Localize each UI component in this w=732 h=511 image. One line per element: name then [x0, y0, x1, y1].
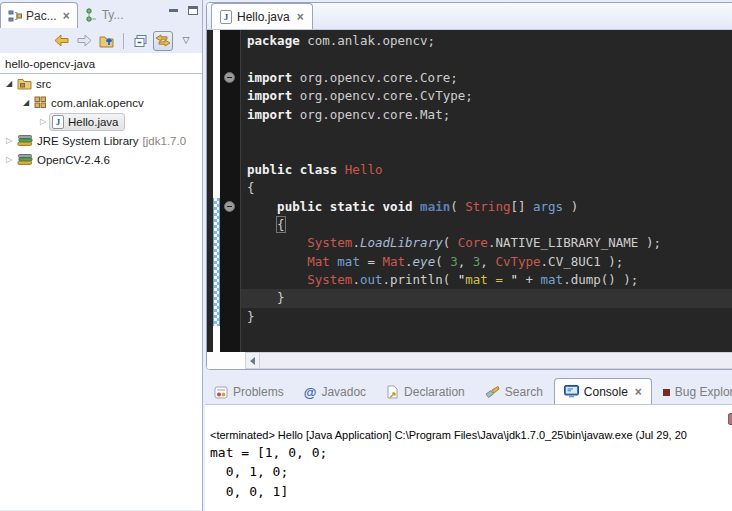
tree-item-hello-opencv-java[interactable]: hello-opencv-java [0, 55, 202, 74]
close-icon[interactable]: × [633, 386, 642, 398]
bottom-view-stack: Problems@JavadocDeclarationSearchConsole… [205, 378, 732, 511]
tree-item-label: com.anlak.opencv [51, 97, 144, 109]
tab-label: Console [584, 385, 628, 399]
link-editor-icon [155, 34, 171, 47]
back-button[interactable] [51, 31, 71, 51]
tree-item-label: JRE System Library [37, 135, 139, 147]
scroll-left-button[interactable] [245, 352, 260, 369]
code-line-10[interactable]: public static void main( String[] args ) [247, 198, 732, 216]
range-indicator [213, 198, 220, 327]
code-line-4[interactable]: import org.opencv.core.CvType; [247, 87, 732, 105]
console-output-line: 0, 0, 1] [210, 482, 732, 501]
tree-expanded-arrow-icon[interactable]: ◢ [20, 98, 32, 107]
editor-horizontal-scrollbar[interactable] [207, 352, 732, 369]
editor-body: package com.anlak.opencv;import org.open… [207, 30, 732, 352]
toolbar-separator [123, 33, 124, 49]
close-icon[interactable]: × [61, 10, 70, 22]
search-icon [485, 385, 500, 399]
console-view: <terminated> Hello [Java Application] C:… [205, 404, 732, 511]
collapse-all-button[interactable] [130, 31, 150, 51]
tree-item-decoration: [jdk1.7.0 [143, 135, 186, 147]
tree-collapsed-arrow-icon[interactable]: ▷ [37, 117, 49, 126]
editor-tab-label: Hello.java [237, 10, 290, 24]
console-output-line: 0, 1, 0; [210, 462, 732, 481]
code-line-6[interactable] [247, 124, 732, 142]
library-icon [17, 153, 33, 166]
back-icon [53, 33, 70, 48]
forward-button[interactable] [74, 31, 94, 51]
library-icon [17, 134, 33, 147]
package-explorer-icon [8, 9, 22, 23]
tab-type-hierarchy[interactable]: Ty... [78, 2, 131, 28]
view-menu-icon: ▽ [183, 36, 190, 45]
tree-collapsed-arrow-icon[interactable]: ▷ [3, 136, 15, 145]
left-arrow-icon [250, 357, 255, 365]
minimize-icon[interactable] [169, 9, 178, 12]
maximize-icon[interactable] [188, 6, 198, 15]
tab-label: Bug Explorer [675, 385, 732, 399]
code-line-11[interactable]: { [247, 216, 732, 234]
link-with-editor-button[interactable] [153, 31, 173, 51]
forward-icon [76, 33, 93, 48]
package-explorer-toolbar: ▽ [0, 28, 202, 53]
code-line-12[interactable]: System.LoadLibrary( Core.NATIVE_LIBRARY_… [247, 234, 732, 252]
code-line-13[interactable]: Mat mat = Mat.eye( 3, 3, CvType.CV_8UC1 … [247, 253, 732, 271]
view-menu-button[interactable]: ▽ [176, 31, 196, 51]
javadoc-icon: @ [304, 385, 317, 400]
tree-item-label: OpenCV-2.4.6 [37, 154, 110, 166]
tab-package-explorer[interactable]: Pac... × [0, 2, 78, 28]
tab-type-hierarchy-label: Ty... [102, 8, 124, 22]
code-line-15[interactable]: } [241, 289, 732, 307]
tab-search[interactable]: Search [476, 380, 552, 404]
code-line-8[interactable]: public class Hello [247, 161, 732, 179]
java-file-icon: J [220, 10, 232, 24]
fold-collapse-icon[interactable] [224, 201, 235, 212]
tab-label: Declaration [404, 385, 465, 399]
tree-item-label: Hello.java [68, 116, 119, 128]
tab-label: Javadoc [321, 385, 366, 399]
tab-bug-explorer[interactable]: Bug Explorer [654, 380, 732, 404]
code-line-14[interactable]: System.out.println( "mat = " + mat.dump(… [247, 271, 732, 289]
folding-gutter[interactable] [220, 30, 241, 352]
tab-label: Search [505, 385, 543, 399]
tree-item-label: src [36, 78, 51, 90]
tree-item-jre-system-library[interactable]: ▷JRE System Library [jdk1.7.0 [0, 131, 202, 150]
code-line-5[interactable]: import org.opencv.core.Mat; [247, 106, 732, 124]
tree-expanded-arrow-icon[interactable]: ◢ [3, 79, 15, 88]
annotation-ruler[interactable] [213, 30, 220, 352]
problems-icon [214, 386, 228, 399]
scrollbar-track[interactable] [260, 352, 732, 369]
fold-collapse-icon[interactable] [224, 72, 235, 83]
tree-collapsed-arrow-icon[interactable]: ▷ [3, 155, 15, 164]
code-line-2[interactable] [247, 50, 732, 68]
bottom-view-tabbar: Problems@JavadocDeclarationSearchConsole… [205, 378, 732, 404]
tree-item-com.anlak.opencv[interactable]: ◢com.anlak.opencv [0, 93, 202, 112]
go-up-button[interactable] [97, 31, 117, 51]
tree-item-opencv-2.4.6[interactable]: ▷OpenCV-2.4.6 [0, 150, 202, 169]
tab-javadoc[interactable]: @Javadoc [295, 380, 375, 404]
tab-package-explorer-label: Pac... [26, 9, 57, 23]
tree-item-hello.java[interactable]: ▷JHello.java [0, 112, 202, 131]
code-editor[interactable]: package com.anlak.opencv;import org.open… [241, 30, 732, 352]
editor-pane: J Hello.java × package com.anlak.opencv;… [206, 2, 732, 370]
tab-console[interactable]: Console× [554, 378, 652, 404]
tab-declaration[interactable]: Declaration [377, 380, 474, 404]
console-toolbar [205, 405, 732, 429]
up-folder-icon [99, 34, 115, 48]
type-hierarchy-icon [85, 8, 98, 22]
console-output-line: mat = [1, 0, 0; [210, 443, 732, 462]
tab-problems[interactable]: Problems [205, 380, 293, 404]
code-line-1[interactable]: package com.anlak.opencv; [247, 32, 732, 50]
console-title: <terminated> Hello [Java Application] C:… [205, 429, 732, 441]
console-toolbar-icon[interactable] [728, 413, 732, 425]
java-file-icon: J [52, 115, 64, 129]
code-line-16[interactable]: } [247, 308, 732, 326]
console-output[interactable]: mat = [1, 0, 0; 0, 1, 0; 0, 0, 1] [205, 443, 732, 501]
editor-tab-hello-java[interactable]: J Hello.java × [211, 3, 313, 29]
tree-item-src[interactable]: ◢src [0, 74, 202, 93]
code-line-3[interactable]: import org.opencv.core.Core; [247, 69, 732, 87]
package-folder-icon [17, 77, 32, 90]
code-line-7[interactable] [247, 142, 732, 160]
close-icon[interactable]: × [295, 11, 304, 23]
code-line-9[interactable]: { [247, 179, 732, 197]
